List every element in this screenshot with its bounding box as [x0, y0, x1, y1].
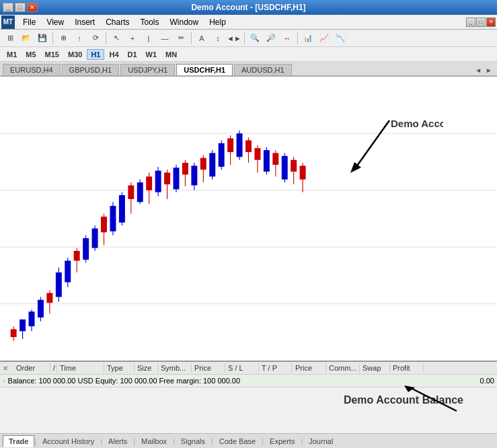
menu-tools[interactable]: Tools [135, 16, 165, 28]
chart-shift-button[interactable]: ↔ [280, 31, 295, 46]
toolbar-sep-3 [191, 32, 192, 44]
col-profit: Profit [390, 363, 424, 373]
tab-gbpusd-h1[interactable]: GBPUSD,H1 [62, 64, 120, 75]
svg-rect-36 [146, 176, 152, 190]
svg-text:Demo Account: Demo Account [391, 118, 443, 129]
tab-eurusd-h4[interactable]: EURUSD,H4 [3, 64, 61, 75]
title-bar: _ □ ✕ Demo Account - [USDCHF,H1] [0, 0, 497, 15]
svg-rect-68 [291, 160, 297, 172]
profit-value: 0.00 [480, 377, 494, 385]
menu-insert[interactable]: Insert [69, 16, 100, 28]
toolbar-sep-2 [106, 32, 106, 44]
maximize-button[interactable]: □ [15, 3, 26, 12]
tf-h4[interactable]: H4 [105, 49, 122, 60]
menu-window[interactable]: Window [165, 16, 204, 28]
svg-line-71 [356, 120, 389, 167]
save-button[interactable]: 💾 [35, 31, 50, 46]
scroll-right-icon[interactable]: ► [484, 65, 494, 75]
col-comm: Comm... [326, 363, 360, 373]
refresh-button[interactable]: ⟳ [88, 31, 103, 46]
tab-usdchf-h1[interactable]: USDCHF,H1 [176, 64, 233, 75]
draw-button[interactable]: ✏ [174, 31, 188, 46]
terminal-header-row: ✕ Order / Time Type Size Symb... Price S… [0, 362, 497, 375]
svg-rect-54 [227, 139, 233, 152]
svg-rect-26 [101, 217, 107, 232]
bar-chart-button[interactable]: 📊 [301, 31, 315, 46]
indicators-button[interactable]: ◄► [227, 31, 241, 46]
tf-d1[interactable]: D1 [124, 49, 141, 60]
scroll-left-icon[interactable]: ◄ [473, 65, 484, 75]
hline-button[interactable]: — [157, 31, 172, 46]
term-tab-trade[interactable]: Trade [3, 435, 34, 447]
menu-help[interactable]: Help [204, 16, 231, 28]
term-tab-codebase[interactable]: Code Base [213, 435, 262, 447]
inner-maximize-button[interactable]: □ [476, 17, 486, 27]
svg-rect-64 [272, 153, 278, 165]
term-tab-experts[interactable]: Experts [264, 435, 301, 447]
terminal-section: ✕ Order / Time Type Size Symb... Price S… [0, 361, 497, 448]
tab-audusd-h1[interactable]: AUDUSD,H1 [234, 64, 292, 75]
terminal-side-indicator: ✕ [3, 365, 13, 372]
tf-h1[interactable]: H1 [87, 49, 104, 60]
cursor-button[interactable]: ↖ [109, 31, 124, 46]
tab-usdjpy-h1[interactable]: USDJPY,H1 [120, 64, 175, 75]
toolbar-sep-5 [297, 32, 298, 44]
term-tab-journal[interactable]: Journal [303, 435, 339, 447]
zoom-in-button[interactable]: 🔍 [247, 31, 262, 46]
text-button[interactable]: A [194, 31, 209, 46]
terminal-tabs: Trade | Account History | Alerts | Mailb… [0, 433, 497, 448]
svg-line-74 [410, 387, 457, 411]
chart-area: EURUSD,H4 GBPUSD,H1 USDJPY,H1 USDCHF,H1 … [0, 62, 497, 361]
svg-rect-58 [245, 141, 252, 152]
svg-rect-16 [56, 272, 62, 297]
menu-view[interactable]: View [41, 16, 69, 28]
tf-m1[interactable]: M1 [3, 49, 21, 60]
col-order: Order [13, 363, 50, 373]
close-button[interactable]: ✕ [27, 3, 38, 12]
svg-rect-32 [128, 186, 134, 199]
tf-w1[interactable]: W1 [142, 49, 161, 60]
term-tab-signals[interactable]: Signals [175, 435, 211, 447]
line-chart-button[interactable]: 📉 [333, 31, 348, 46]
tf-m30[interactable]: M30 [64, 49, 86, 60]
chart-tab-scroll: ◄ ► [473, 65, 494, 75]
col-price2: Price [293, 363, 326, 373]
svg-rect-22 [83, 238, 89, 260]
chart-tabs: EURUSD,H4 GBPUSD,H1 USDJPY,H1 USDCHF,H1 … [0, 62, 497, 77]
svg-rect-62 [264, 150, 270, 172]
col-price: Price [192, 363, 225, 373]
zoom-out-button[interactable]: 🔎 [264, 31, 278, 46]
svg-rect-42 [174, 167, 180, 189]
svg-rect-10 [29, 311, 35, 326]
tf-m5[interactable]: M5 [22, 49, 40, 60]
tf-mn[interactable]: MN [161, 49, 181, 60]
history-button[interactable]: ↑ [72, 31, 87, 46]
term-tab-mailbox[interactable]: Mailbox [135, 435, 173, 447]
balance-icon: ◦ [3, 377, 5, 385]
col-arrow: / [50, 363, 57, 373]
col-symbol: Symb... [158, 363, 192, 373]
col-size: Size [135, 363, 158, 373]
svg-rect-38 [155, 171, 161, 192]
candle-chart-button[interactable]: 📈 [317, 31, 332, 46]
price-label-button[interactable]: ↕ [211, 31, 225, 46]
menu-charts[interactable]: Charts [100, 16, 135, 28]
profiles-button[interactable]: ⊕ [56, 31, 71, 46]
inner-close-button[interactable]: ✕ [486, 17, 496, 27]
term-tab-alerts[interactable]: Alerts [102, 435, 133, 447]
col-sl: S / L [225, 363, 259, 373]
line-button[interactable]: | [141, 31, 156, 46]
svg-rect-12 [38, 300, 44, 318]
term-tab-account-history[interactable]: Account History [36, 435, 100, 447]
menu-file[interactable]: File [17, 16, 41, 28]
svg-rect-6 [11, 329, 17, 337]
new-chart-button[interactable]: ⊞ [3, 31, 17, 46]
balance-text: Balance: 100 000.00 USD Equity: 100 000.… [8, 377, 241, 385]
open-button[interactable]: 📂 [19, 31, 34, 46]
balance-arrow [356, 384, 477, 418]
crosshair-button[interactable]: + [125, 31, 140, 46]
chart-canvas[interactable]: Demo Account [0, 77, 497, 361]
minimize-button[interactable]: _ [3, 3, 13, 12]
inner-minimize-button[interactable]: _ [466, 17, 475, 27]
tf-m15[interactable]: M15 [41, 49, 63, 60]
